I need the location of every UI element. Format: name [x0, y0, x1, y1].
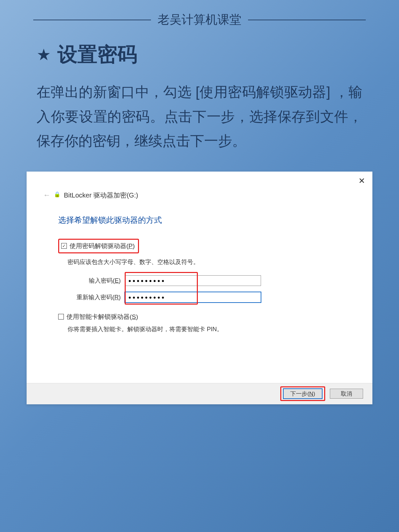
dialog-body: 选择希望解锁此驱动器的方式 使用密码解锁驱动器(P) 密码应该包含大小写字母、数…	[58, 215, 352, 342]
close-button[interactable]: ✕	[358, 176, 365, 186]
divider-right	[248, 20, 366, 20]
dialog-header: ← BitLocker 驱动器加密(G:)	[43, 191, 138, 200]
brand-title: 老吴计算机课堂	[158, 12, 241, 28]
dialog-title: BitLocker 驱动器加密(G:)	[64, 191, 138, 200]
smartcard-option-row[interactable]: 使用智能卡解锁驱动器(S)	[58, 313, 352, 321]
section-description: 在弹出的新窗口中，勾选 [使用密码解锁驱动器] ，输入你要设置的密码。点击下一步…	[37, 80, 362, 153]
password-option-row[interactable]: 使用密码解锁驱动器(P)	[61, 242, 135, 250]
password-checkbox[interactable]	[61, 243, 67, 249]
section-title: 设置密码	[58, 41, 137, 68]
page-header: 老吴计算机课堂	[0, 0, 399, 31]
bitlocker-dialog: ✕ ← BitLocker 驱动器加密(G:) 选择希望解锁此驱动器的方式 使用…	[27, 172, 372, 404]
password-input-1[interactable]: ●●●●●●●●●	[125, 275, 261, 286]
divider-left	[33, 20, 151, 20]
smartcard-option-label: 使用智能卡解锁驱动器(S)	[66, 313, 138, 321]
password-row-2: 重新输入密码(R) ●●●●●●●●●	[71, 292, 352, 303]
smartcard-checkbox[interactable]	[58, 314, 64, 320]
highlight-next-button: 下一步(N)	[280, 386, 325, 401]
highlight-password-option: 使用密码解锁驱动器(P)	[58, 239, 139, 253]
dialog-footer: 下一步(N) 取消	[27, 383, 372, 404]
next-button[interactable]: 下一步(N)	[283, 389, 322, 399]
cancel-button[interactable]: 取消	[330, 389, 363, 399]
password-row-1: 输入密码(E) ●●●●●●●●●	[71, 275, 352, 286]
password-label-2: 重新输入密码(R)	[71, 293, 125, 301]
password-option-label: 使用密码解锁驱动器(P)	[69, 242, 135, 250]
password-fields: 输入密码(E) ●●●●●●●●● 重新输入密码(R) ●●●●●●●●●	[71, 275, 352, 303]
password-input-2[interactable]: ●●●●●●●●●	[125, 292, 261, 303]
section-heading: ★ 设置密码	[37, 41, 362, 68]
password-label-1: 输入密码(E)	[71, 277, 125, 285]
star-icon: ★	[37, 47, 51, 63]
smartcard-option-desc: 你将需要插入智能卡。解锁驱动器时，将需要智能卡 PIN。	[67, 325, 352, 333]
content-area: ★ 设置密码 在弹出的新窗口中，勾选 [使用密码解锁驱动器] ，输入你要设置的密…	[0, 31, 399, 153]
lock-icon	[54, 192, 61, 199]
back-arrow-icon[interactable]: ←	[43, 191, 51, 200]
password-option-desc: 密码应该包含大小写字母、数字、空格以及符号。	[67, 258, 352, 266]
dialog-prompt: 选择希望解锁此驱动器的方式	[58, 215, 352, 225]
